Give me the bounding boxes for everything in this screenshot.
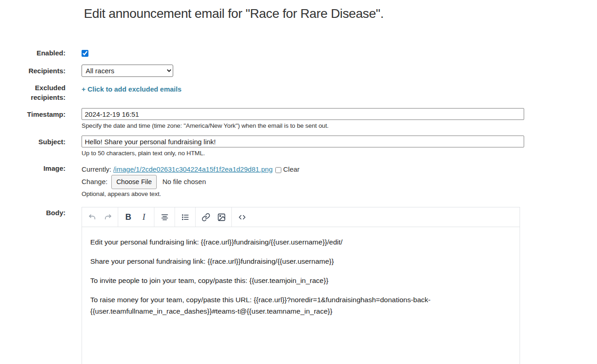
toolbar-group-code: [231, 207, 252, 227]
body-label: Body:: [0, 207, 66, 364]
enabled-label: Enabled:: [0, 48, 66, 58]
link-icon[interactable]: [198, 209, 214, 225]
image-change-label: Change:: [82, 178, 108, 185]
undo-icon[interactable]: [84, 209, 100, 225]
image-currently-label: Currently:: [82, 165, 111, 173]
image-change-line: Change: Choose File No file chosen: [82, 175, 524, 189]
excluded-recipients-label: Excluded recipients:: [0, 83, 66, 102]
choose-file-button[interactable]: Choose File: [111, 175, 157, 189]
row-subject: Subject: Up to 50 characters, plain text…: [0, 136, 524, 157]
body-paragraph: Share your personal fundraising link: {{…: [90, 255, 511, 267]
subject-input[interactable]: [82, 136, 524, 147]
row-body: Body:: [0, 207, 524, 364]
toolbar-group-insert: [195, 207, 231, 227]
bold-icon[interactable]: B: [120, 209, 136, 225]
row-enabled: Enabled:: [0, 48, 524, 58]
recipients-label: Recipients:: [0, 65, 66, 77]
announcement-email-edit-page: Edit announcement email for "Race for Ra…: [0, 0, 597, 364]
row-image: Image: Currently: /image/1/2cde02631c304…: [0, 163, 524, 197]
editor-toolbar: B I: [82, 207, 520, 227]
code-icon[interactable]: [234, 209, 250, 225]
timestamp-label: Timestamp:: [0, 108, 66, 129]
body-paragraph: Edit your personal fundraising link: {{r…: [90, 236, 511, 248]
italic-icon[interactable]: I: [136, 209, 152, 225]
toolbar-group-history: [82, 207, 118, 227]
subject-help: Up to 50 characters, plain text only, no…: [82, 150, 524, 157]
add-excluded-emails-link[interactable]: + Click to add excluded emails: [82, 83, 181, 93]
rich-text-editor: B I: [82, 207, 520, 364]
row-timestamp: Timestamp: Specify the date and time (ti…: [0, 108, 524, 129]
toolbar-group-format: B I: [118, 207, 154, 227]
body-paragraph: To invite people to join your team, copy…: [90, 275, 511, 286]
body-paragraph: To raise money for your team, copy/paste…: [90, 294, 511, 317]
row-recipients: Recipients: All racers: [0, 65, 524, 77]
image-label: Image:: [0, 163, 66, 197]
toolbar-group-list: [175, 207, 195, 227]
enabled-checkbox[interactable]: [82, 50, 88, 57]
image-current-line: Currently: /image/1/2cde02631c304224a15f…: [82, 163, 524, 175]
no-file-chosen-text: No file chosen: [162, 178, 206, 185]
redo-icon[interactable]: [100, 209, 115, 225]
image-clear-label: Clear: [283, 165, 300, 173]
page-title: Edit announcement email for "Race for Ra…: [84, 6, 383, 21]
image-current-file-link[interactable]: /image/1/2cde02631c304224a15f1f2ea1d29d8…: [113, 165, 273, 173]
bullet-list-icon[interactable]: [177, 209, 193, 225]
announcement-email-form: Enabled: Recipients: All racers Excluded…: [0, 48, 524, 364]
subject-label: Subject:: [0, 136, 66, 157]
image-clear-checkbox[interactable]: [275, 167, 281, 173]
align-center-icon[interactable]: [157, 209, 172, 225]
image-icon[interactable]: [214, 209, 229, 225]
timestamp-input[interactable]: [82, 108, 524, 120]
row-excluded-recipients: Excluded recipients: + Click to add excl…: [0, 83, 524, 102]
recipients-select[interactable]: All racers: [82, 65, 173, 77]
toolbar-group-align: [154, 207, 175, 227]
image-help: Optional, appears above text.: [82, 190, 524, 197]
body-editor-content[interactable]: Edit your personal fundraising link: {{r…: [82, 227, 520, 364]
timestamp-help: Specify the date and time (time zone: "A…: [82, 122, 524, 129]
